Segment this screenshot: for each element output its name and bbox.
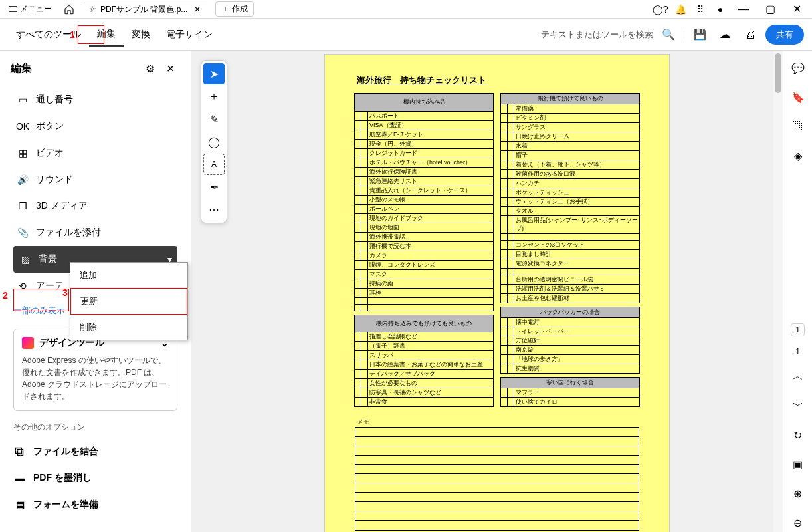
gear-icon[interactable]: ⚙ bbox=[140, 59, 160, 78]
scrollbar-thumb[interactable] bbox=[775, 53, 781, 93]
option-redact[interactable]: ▬PDF を墨消し bbox=[13, 465, 177, 491]
search-icon[interactable]: 🔍 bbox=[659, 25, 678, 45]
new-tab-button[interactable]: ＋ 作成 bbox=[215, 1, 254, 17]
sound-icon: 🔊 bbox=[16, 173, 29, 186]
comment-icon[interactable]: 💬 bbox=[789, 59, 807, 77]
tool-serial-number[interactable]: ▭通し番号 bbox=[13, 86, 177, 113]
combine-icon: ⿻ bbox=[13, 445, 27, 458]
serial-icon: ▭ bbox=[16, 93, 29, 106]
apps-button[interactable]: ⠿ bbox=[691, 0, 710, 19]
callout-1: 1 bbox=[70, 29, 75, 40]
lasso-tool[interactable]: ◯ bbox=[203, 131, 225, 152]
tab-title: PDFサンプル 背景色.p... bbox=[100, 4, 187, 15]
ctx-delete[interactable]: 削除 bbox=[70, 315, 187, 340]
background-highlight-box bbox=[13, 289, 69, 311]
menu-button[interactable]: メニュー bbox=[5, 1, 56, 17]
star-icon: ☆ bbox=[89, 5, 96, 14]
callout-3: 3 bbox=[62, 287, 68, 298]
ctx-update[interactable]: 更新 bbox=[70, 288, 187, 315]
toolbar-convert[interactable]: 変換 bbox=[124, 23, 158, 46]
signature-tool[interactable]: ✒ bbox=[203, 176, 225, 198]
help-button[interactable]: ◯? bbox=[651, 0, 670, 19]
add-text-tool[interactable]: ＋ bbox=[203, 86, 225, 107]
draw-tool[interactable]: ✎ bbox=[203, 108, 225, 130]
bookmark-icon[interactable]: 🔖 bbox=[789, 88, 807, 106]
memo-header: メモ bbox=[355, 417, 639, 427]
background-icon: ▨ bbox=[19, 253, 32, 266]
ctx-add[interactable]: 追加 bbox=[70, 263, 187, 288]
panel-title: 編集 bbox=[11, 62, 140, 76]
copy-icon[interactable]: ⿻ bbox=[789, 117, 807, 136]
tool-3d-media[interactable]: ❐3D メディア bbox=[13, 193, 177, 219]
checklist-table-right: 飛行機で預けて良いもの常備薬ビタミン剤サングラス日焼け止めクリーム水着帽子着替え… bbox=[500, 93, 640, 407]
new-tab-label: 作成 bbox=[232, 3, 248, 15]
hamburger-icon bbox=[9, 5, 17, 13]
tab-close-button[interactable]: ✕ bbox=[194, 5, 201, 14]
checklist-table-left: 機内持ち込み品パスポートVISA（査証）航空券／E-チケット現金（円、外貨）クレ… bbox=[354, 93, 494, 407]
floating-toolbar: ➤ ＋ ✎ ◯ A ✒ ⋯ bbox=[201, 60, 227, 223]
design-tool-card: デザインツール⌄ Adobe Express の使いやすいツールで、優れた文書を… bbox=[13, 329, 177, 411]
express-icon bbox=[22, 337, 34, 349]
option-combine-files[interactable]: ⿻ファイルを結合 bbox=[13, 438, 177, 465]
tool-sound[interactable]: 🔊サウンド bbox=[13, 166, 177, 193]
document-heading: 海外旅行 持ち物チェックリスト bbox=[357, 74, 664, 86]
form-icon: ▤ bbox=[13, 498, 27, 511]
document-viewport[interactable]: 海外旅行 持ち物チェックリスト 機内持ち込み品パスポートVISA（査証）航空券／… bbox=[191, 51, 783, 532]
share-button[interactable]: 共有 bbox=[765, 25, 804, 45]
select-tool[interactable]: ➤ bbox=[203, 63, 225, 84]
redact-icon: ▬ bbox=[13, 471, 27, 485]
callout-2: 2 bbox=[3, 290, 8, 301]
notification-button[interactable]: 🔔 bbox=[671, 0, 690, 19]
vertical-scrollbar[interactable] bbox=[773, 51, 783, 532]
tool-video[interactable]: ▦ビデオ bbox=[13, 140, 177, 166]
background-context-menu: 追加 更新 削除 bbox=[70, 262, 188, 340]
cube-icon: ❐ bbox=[16, 200, 29, 213]
search-placeholder: テキストまたはツールを検索 bbox=[541, 29, 653, 41]
option-prepare-form[interactable]: ▤フォームを準備 bbox=[13, 491, 177, 518]
rotate-icon[interactable]: ↻ bbox=[789, 426, 807, 444]
layers-icon[interactable]: ◈ bbox=[789, 146, 807, 165]
more-tools[interactable]: ⋯ bbox=[203, 199, 225, 220]
home-button[interactable] bbox=[58, 1, 80, 17]
plus-icon: ＋ bbox=[221, 3, 229, 15]
paperclip-icon: 📎 bbox=[16, 226, 29, 239]
profile-button[interactable]: ● bbox=[711, 0, 730, 19]
panel-close-icon[interactable]: ✕ bbox=[160, 59, 180, 78]
window-maximize[interactable]: ▢ bbox=[758, 0, 783, 19]
toolbar-all-tools[interactable]: すべてのツール bbox=[8, 23, 89, 46]
edit-highlight-box bbox=[78, 25, 104, 44]
window-close[interactable]: ✕ bbox=[784, 0, 809, 19]
tool-button[interactable]: OKボタン bbox=[13, 113, 177, 140]
page-up-button[interactable]: ︿ bbox=[789, 367, 807, 386]
zoom-out-icon[interactable]: ⊖ bbox=[789, 513, 807, 532]
text-box-tool[interactable]: A bbox=[203, 154, 225, 175]
cloud-icon[interactable]: ☁ bbox=[715, 25, 735, 45]
memo-section: メモ bbox=[355, 417, 639, 531]
video-icon: ▦ bbox=[16, 146, 29, 160]
page-indicator-box[interactable]: 1 bbox=[791, 323, 805, 336]
button-icon: OK bbox=[16, 120, 29, 133]
page-down-button[interactable]: ﹀ bbox=[789, 396, 807, 415]
zoom-in-icon[interactable]: ⊕ bbox=[789, 484, 807, 503]
window-minimize[interactable]: — bbox=[731, 0, 756, 19]
page-total: 1 bbox=[795, 347, 800, 356]
fit-page-icon[interactable]: ▣ bbox=[789, 455, 807, 473]
pdf-page: 海外旅行 持ち物チェックリスト 機内持ち込み品パスポートVISA（査証）航空券／… bbox=[324, 54, 670, 532]
save-icon[interactable]: 💾 bbox=[690, 25, 710, 45]
document-tab[interactable]: ☆ PDFサンプル 背景色.p... ✕ bbox=[82, 1, 207, 18]
tool-attach-file[interactable]: 📎ファイルを添付 bbox=[13, 219, 177, 246]
toolbar-esign[interactable]: 電子サイン bbox=[158, 23, 221, 46]
design-description: Adobe Express の使いやすいツールで、優れた文書を作成できます。PD… bbox=[22, 354, 169, 402]
print-icon[interactable]: 🖨 bbox=[740, 25, 760, 45]
menu-label: メニュー bbox=[20, 3, 52, 15]
other-options-label: その他のオプション bbox=[13, 422, 177, 433]
